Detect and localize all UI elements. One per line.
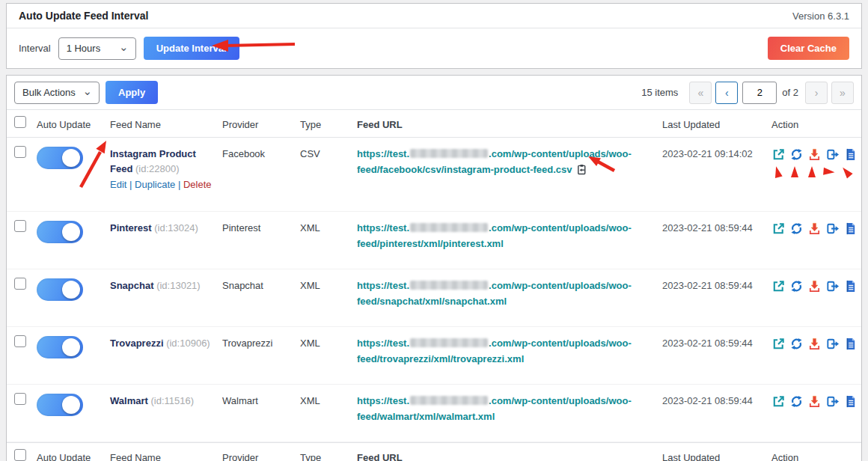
feed-url[interactable]: https://test..com/wp-content/uploads/woo… (357, 385, 662, 425)
table-toolbar: Bulk Actions Apply 15 items « ‹ of 2 › » (7, 76, 861, 110)
type-cell: XML (300, 327, 357, 351)
document-icon[interactable] (843, 222, 858, 236)
auto-update-toggle[interactable] (37, 278, 83, 301)
table-row: Walmart (id:11516) Walmart XML https://t… (7, 385, 861, 442)
external-link-icon[interactable] (771, 337, 786, 351)
select-all-checkbox[interactable] (14, 449, 26, 461)
document-icon[interactable] (843, 147, 858, 162)
interval-select[interactable]: 1 Hours (58, 37, 136, 60)
annotation-arrowhead (791, 166, 798, 177)
auto-update-toggle[interactable] (37, 147, 83, 169)
delete-link[interactable]: Delete (183, 179, 212, 190)
update-interval-button[interactable]: Update Interval (144, 37, 239, 60)
export-icon[interactable] (825, 337, 840, 351)
provider-cell: Walmart (222, 385, 300, 409)
row-checkbox[interactable] (14, 220, 26, 232)
row-checkbox[interactable] (14, 278, 26, 290)
action-icons (771, 337, 858, 351)
last-updated-cell: 2023-02-21 08:59:44 (662, 385, 771, 409)
copy-clipboard-icon[interactable] (575, 163, 588, 181)
row-checkbox[interactable] (14, 146, 26, 158)
table-row: Snapchat (id:13021) Snapchat XML https:/… (7, 269, 861, 327)
auto-update-toggle[interactable] (37, 336, 83, 358)
type-cell: XML (300, 212, 357, 236)
auto-update-toggle[interactable] (37, 221, 83, 243)
row-checkbox[interactable] (14, 393, 26, 405)
export-icon[interactable] (825, 279, 840, 293)
table-header-row: Auto Update Feed Name Provider Type Feed… (7, 110, 861, 138)
document-icon[interactable] (843, 337, 858, 351)
footer-type: Type (300, 443, 357, 461)
redacted-domain (410, 396, 488, 405)
auto-update-feed-page: Auto Update Feed Interval Version 6.3.1 … (0, 3, 868, 461)
download-icon[interactable] (807, 279, 822, 293)
first-page-button: « (689, 82, 712, 104)
download-icon[interactable] (807, 394, 822, 409)
toggle-knob (62, 149, 80, 167)
row-checkbox[interactable] (14, 335, 26, 347)
download-icon[interactable] (807, 147, 822, 162)
redacted-domain (410, 223, 488, 232)
external-link-icon[interactable] (771, 147, 786, 162)
interval-panel: Auto Update Feed Interval Version 6.3.1 … (6, 3, 862, 69)
sync-icon[interactable] (789, 337, 804, 351)
sync-icon[interactable] (789, 147, 804, 162)
duplicate-link[interactable]: Duplicate (135, 179, 175, 190)
select-all-checkbox[interactable] (14, 116, 26, 128)
export-icon[interactable] (825, 394, 840, 409)
toggle-knob (62, 223, 80, 241)
redacted-domain (410, 281, 488, 290)
last-updated-cell: 2023-02-21 08:59:44 (662, 327, 771, 351)
annotation-arrowhead (808, 166, 816, 177)
toggle-knob (62, 338, 80, 356)
annotation-arrowhead (772, 165, 782, 178)
external-link-icon[interactable] (771, 279, 786, 293)
download-icon[interactable] (807, 222, 822, 236)
clear-cache-button[interactable]: Clear Cache (768, 37, 849, 60)
last-updated-cell: 2023-02-21 08:59:44 (662, 212, 771, 236)
row-actions-links: Edit | Duplicate | Delete (110, 177, 216, 192)
document-icon[interactable] (843, 279, 858, 293)
page-title: Auto Update Feed Interval (19, 10, 148, 22)
action-icons (771, 222, 858, 236)
download-icon[interactable] (807, 337, 822, 351)
annotation-arrowhead (840, 165, 852, 179)
feed-id: (id:22800) (135, 163, 180, 174)
feed-table-panel: Bulk Actions Apply 15 items « ‹ of 2 › »… (6, 75, 862, 461)
page-number-input[interactable] (742, 82, 777, 104)
version-label: Version 6.3.1 (792, 10, 849, 22)
auto-update-toggle[interactable] (37, 394, 83, 416)
edit-link[interactable]: Edit (110, 179, 126, 190)
document-icon[interactable] (843, 394, 858, 409)
prev-page-button[interactable]: ‹ (715, 82, 738, 104)
last-page-button: » (831, 82, 854, 104)
action-icons (771, 394, 858, 409)
feed-id: (id:13021) (156, 280, 201, 291)
sync-icon[interactable] (789, 394, 804, 409)
feed-url[interactable]: https://test..com/wp-content/uploads/woo… (357, 327, 662, 367)
external-link-icon[interactable] (771, 222, 786, 236)
type-cell: XML (300, 269, 357, 293)
feed-url[interactable]: https://test..com/wp-content/uploads/woo… (357, 212, 662, 252)
feed-name: Pinterest (110, 222, 152, 233)
export-icon[interactable] (825, 147, 840, 162)
bulk-actions-select[interactable]: Bulk Actions (14, 82, 100, 104)
export-icon[interactable] (825, 222, 840, 236)
sync-icon[interactable] (789, 279, 804, 293)
annotation-arrowhead (823, 168, 835, 176)
header-last-updated: Last Updated (662, 110, 771, 132)
provider-cell: Snapchat (222, 269, 300, 293)
footer-feed-name[interactable]: Feed Name (110, 443, 222, 461)
last-updated-cell: 2023-02-21 08:59:44 (662, 269, 771, 293)
feed-url[interactable]: https://test..com/wp-content/uploads/woo… (357, 138, 662, 181)
feed-url[interactable]: https://test..com/wp-content/uploads/woo… (357, 269, 662, 310)
sync-icon[interactable] (789, 222, 804, 236)
type-cell: CSV (300, 138, 357, 162)
provider-cell: Trovaprezzi (222, 327, 300, 351)
action-icons (771, 279, 858, 293)
external-link-icon[interactable] (771, 394, 786, 409)
type-cell: XML (300, 385, 357, 409)
redacted-domain (410, 149, 488, 158)
header-auto-update: Auto Update (37, 110, 110, 132)
apply-button[interactable]: Apply (106, 81, 158, 104)
